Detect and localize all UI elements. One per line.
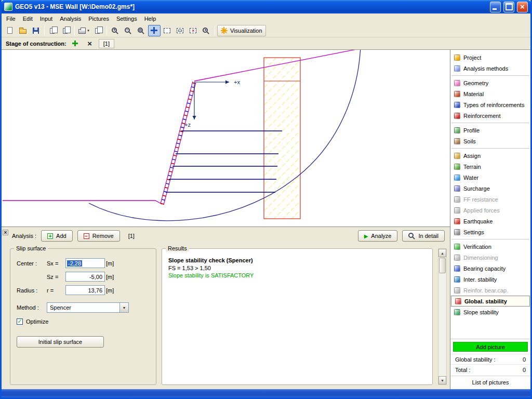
- sz-input[interactable]: [65, 272, 105, 282]
- results-scrollbar[interactable]: [438, 248, 447, 385]
- select-rect-button[interactable]: [161, 25, 174, 36]
- sidebar-item-earthquake[interactable]: Earthquake: [450, 216, 530, 227]
- remove-analysis-button[interactable]: Remove: [77, 230, 120, 242]
- zoom-out-button[interactable]: [122, 25, 135, 36]
- menu-pictures[interactable]: Pictures: [85, 15, 113, 23]
- analysis-header: Analysis : Add Remove [1] Analyze: [10, 227, 447, 244]
- list-of-pictures-button[interactable]: List of pictures: [450, 376, 530, 388]
- analyze-icon: [364, 233, 368, 239]
- picture-count-value: 0: [523, 367, 526, 373]
- sidebar-item-project[interactable]: Project: [450, 52, 530, 63]
- radius-input[interactable]: [65, 285, 105, 295]
- maximize-button[interactable]: [503, 2, 514, 12]
- method-dropdown[interactable]: Spencer: [47, 302, 129, 313]
- analysis-label: Analysis :: [12, 233, 36, 239]
- sidebar-item-bearing-capacity[interactable]: Bearing capacity: [450, 263, 530, 274]
- menu-file[interactable]: File: [3, 15, 19, 23]
- zoom-selection-button[interactable]: [135, 25, 148, 36]
- visualization-button[interactable]: Visualization: [217, 25, 266, 36]
- sidebar-item-label: Material: [463, 91, 484, 97]
- add-stage-button[interactable]: [70, 38, 81, 49]
- sidebar-item-label: FF resistance: [463, 196, 498, 203]
- menu-analysis[interactable]: Analysis: [56, 15, 85, 23]
- sidebar-item-label: Verification: [463, 244, 491, 250]
- copy-picture-button[interactable]: [47, 25, 59, 36]
- analyze-button[interactable]: Analyze: [358, 230, 398, 242]
- sidebar-item-slope-stability[interactable]: Slope stability: [450, 307, 530, 317]
- sidebar-item-material[interactable]: Material: [450, 88, 530, 99]
- soils-icon: [454, 138, 460, 144]
- sidebar-item-geometry[interactable]: Geometry: [450, 77, 530, 88]
- sidebar-item-soils[interactable]: Soils: [450, 136, 530, 147]
- scroll-down-icon[interactable]: [438, 376, 446, 384]
- sidebar-item-ff-resistance: FF resistance: [450, 194, 530, 205]
- remove-stage-button[interactable]: [84, 38, 96, 49]
- menu-bar: FileEditInputAnalysisPicturesSettingsHel…: [2, 14, 530, 24]
- sidebar-item-surcharge[interactable]: Surcharge: [450, 183, 530, 194]
- sidebar-item-global-stability[interactable]: Global. stability: [451, 296, 530, 307]
- add-picture-button[interactable]: Add picture: [453, 342, 528, 352]
- drawing-canvas[interactable]: +x +z: [2, 50, 450, 227]
- window-title: GEO5 v13 - MSE Wall [W:\Demo02.gms*]: [15, 3, 487, 10]
- zoom-refresh-button[interactable]: [200, 25, 212, 36]
- menu-settings[interactable]: Settings: [113, 15, 141, 23]
- scroll-up-icon[interactable]: [438, 249, 446, 257]
- sidebar-item-reinforcement[interactable]: Reinforcement: [450, 110, 530, 121]
- scrollbar-thumb[interactable]: [439, 258, 446, 273]
- sidebar-item-verification[interactable]: Verification: [450, 241, 530, 252]
- sidebar-divider: [451, 239, 529, 240]
- menu-input[interactable]: Input: [36, 15, 56, 23]
- copy-button[interactable]: [92, 25, 104, 36]
- pan-icon: [151, 27, 157, 34]
- center-label: Center :: [17, 260, 47, 267]
- x-axis-label: +x: [234, 79, 240, 85]
- chevron-down-icon[interactable]: [119, 303, 128, 312]
- menu-edit[interactable]: Edit: [19, 15, 36, 23]
- optimize-checkbox[interactable]: [17, 318, 23, 325]
- sidebar-item-assign[interactable]: Assign: [450, 150, 530, 161]
- close-button[interactable]: [517, 2, 528, 12]
- in-detail-icon: [408, 233, 414, 238]
- sidebar-item-analysis-methods[interactable]: Analysis methods: [450, 63, 530, 74]
- copy-view-button[interactable]: [60, 25, 72, 36]
- stage-tab-1[interactable]: [1]: [99, 39, 114, 48]
- minimize-button[interactable]: [490, 2, 501, 12]
- sidebar-item-water[interactable]: Water: [450, 172, 530, 183]
- slope-stability-icon: [454, 309, 460, 315]
- sidebar-item-terrain[interactable]: Terrain: [450, 161, 530, 172]
- panel-close-button[interactable]: [3, 230, 8, 235]
- results-group-title: Results: [166, 245, 189, 251]
- open-file-button[interactable]: [17, 25, 29, 36]
- select-window-button[interactable]: [174, 25, 187, 36]
- zoom-in-button[interactable]: [109, 25, 122, 36]
- pan-button[interactable]: [148, 25, 161, 36]
- surcharge-icon: [454, 185, 460, 192]
- zoom-selection-icon: [138, 28, 143, 33]
- zoom-in-icon: [112, 28, 117, 33]
- save-file-button[interactable]: [30, 25, 42, 36]
- terrain-icon: [454, 164, 460, 170]
- z-axis-label: +z: [184, 122, 191, 128]
- sidebar-item-inter-stability[interactable]: Inter. stability: [450, 274, 530, 285]
- in-detail-button[interactable]: In detail: [402, 230, 445, 242]
- sidebar-item-profile[interactable]: Profile: [450, 125, 530, 136]
- sidebar-item-types-of-reinforcements[interactable]: Types of reinforcements: [450, 99, 530, 110]
- analysis-tab-1[interactable]: [1]: [125, 232, 138, 240]
- add-analysis-button[interactable]: Add: [41, 230, 73, 242]
- print-dropdown-button[interactable]: ▼: [77, 25, 91, 36]
- sidebar-item-settings[interactable]: Settings: [450, 227, 530, 237]
- sidebar-item-label: Slope stability: [463, 309, 499, 315]
- sidebar-item-label: Geometry: [463, 80, 488, 86]
- sidebar: ProjectAnalysis methodsGeometryMaterialT…: [450, 50, 530, 389]
- sidebar-item-label: Reinfor. bear.cap.: [463, 287, 508, 294]
- deselect-button[interactable]: [187, 25, 200, 36]
- menu-help[interactable]: Help: [141, 15, 160, 23]
- picture-count-row: Global stability :0: [450, 354, 530, 364]
- sx-input[interactable]: -2,28: [65, 258, 105, 268]
- new-file-button[interactable]: [4, 25, 16, 36]
- initial-slip-surface-button[interactable]: Initial slip surface: [17, 336, 104, 348]
- toolbar-separator: [215, 26, 215, 35]
- sidebar-item-label: Reinforcement: [463, 113, 501, 119]
- analysis-panel: Analysis : Add Remove [1] Analyze: [2, 227, 450, 389]
- sx-label: Sx =: [47, 260, 65, 267]
